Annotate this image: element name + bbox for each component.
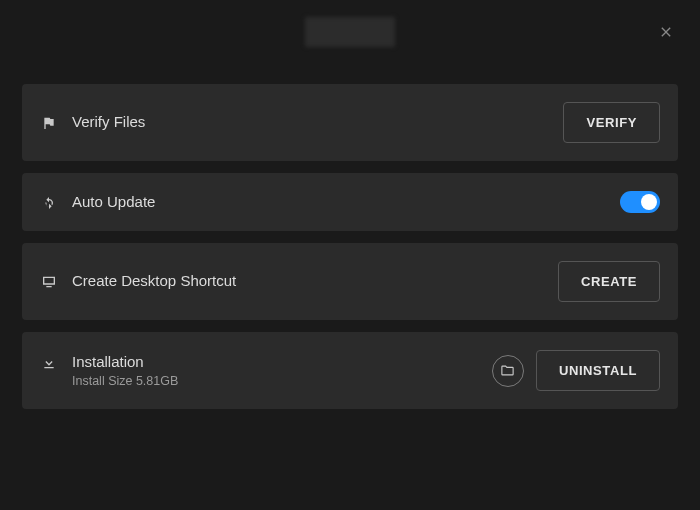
open-folder-button[interactable]: [492, 355, 524, 387]
toggle-knob: [641, 194, 657, 210]
create-shortcut-label: Create Desktop Shortcut: [72, 272, 236, 289]
row-auto-update: Auto Update: [22, 173, 678, 231]
close-button[interactable]: [656, 22, 676, 42]
settings-list: Verify Files VERIFY Auto Update: [0, 64, 700, 409]
flag-icon: [40, 114, 58, 132]
row-create-shortcut: Create Desktop Shortcut CREATE: [22, 243, 678, 320]
dialog-header: [0, 0, 700, 64]
install-size-text: Install Size 5.81GB: [72, 374, 178, 388]
verify-files-label: Verify Files: [72, 113, 145, 130]
row-left: Installation Install Size 5.81GB: [40, 353, 492, 388]
download-icon: [40, 354, 58, 372]
create-button[interactable]: CREATE: [558, 261, 660, 302]
close-icon: [658, 24, 674, 40]
auto-update-toggle[interactable]: [620, 191, 660, 213]
row-verify-files: Verify Files VERIFY: [22, 84, 678, 161]
dialog-title-redacted: [305, 17, 395, 47]
uninstall-button[interactable]: UNINSTALL: [536, 350, 660, 391]
desktop-icon: [40, 273, 58, 291]
row-left: Verify Files: [40, 113, 563, 132]
row-left: Auto Update: [40, 193, 620, 212]
folder-icon: [500, 363, 515, 378]
verify-button[interactable]: VERIFY: [563, 102, 660, 143]
row-installation: Installation Install Size 5.81GB UNINSTA…: [22, 332, 678, 409]
row-left: Create Desktop Shortcut: [40, 272, 558, 291]
auto-update-label: Auto Update: [72, 193, 155, 210]
refresh-icon: [40, 194, 58, 212]
installation-label: Installation: [72, 353, 178, 370]
